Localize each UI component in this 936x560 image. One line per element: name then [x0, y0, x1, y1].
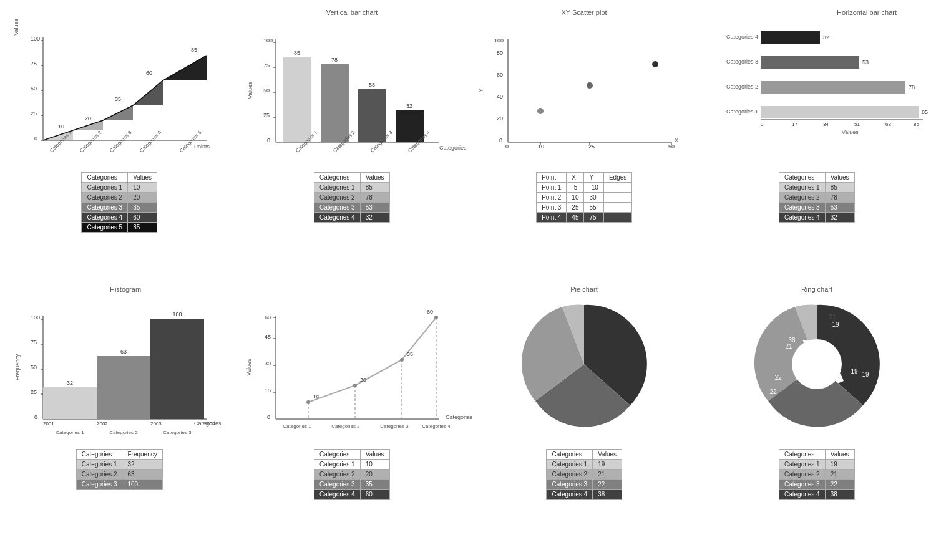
- svg-text:20: 20: [360, 377, 366, 383]
- svg-text:Values: Values: [13, 19, 19, 36]
- histogram-table: CategoriesFrequency Categories 132 Categ…: [76, 449, 163, 490]
- svg-text:19: 19: [862, 371, 869, 378]
- vbar-chart-svg: Vertical bar chart Values 100 75 50 25 0…: [246, 6, 458, 168]
- svg-text:0: 0: [499, 137, 502, 143]
- svg-text:17: 17: [792, 122, 797, 127]
- svg-text:63: 63: [120, 349, 127, 355]
- svg-text:60: 60: [427, 309, 433, 315]
- area-chart-svg: Values 100 75 50 25 0: [13, 6, 225, 168]
- svg-rect-46: [358, 89, 386, 142]
- ring-chart-svg: Ring chart 19 19 22 21 21 19 22: [711, 283, 923, 445]
- svg-text:51: 51: [854, 122, 860, 127]
- area-chart-cell: Values 100 75 50 25 0: [6, 6, 233, 277]
- svg-text:32: 32: [67, 380, 73, 386]
- svg-text:Categories 2: Categories 2: [110, 430, 139, 435]
- svg-rect-42: [283, 57, 311, 142]
- svg-text:21: 21: [829, 314, 836, 321]
- ring-table: CategoriesValues Categories 119 Categori…: [779, 449, 855, 500]
- svg-text:2001: 2001: [43, 421, 54, 427]
- hbar-chart-cell: Horizontal bar chart Categories 4 32 Cat…: [704, 6, 930, 277]
- svg-text:78: 78: [909, 84, 915, 90]
- hbar-table: CategoriesValues Categories 185 Categori…: [779, 172, 855, 223]
- svg-text:Y: Y: [478, 89, 484, 92]
- svg-text:Categories 4: Categories 4: [139, 130, 163, 154]
- svg-text:38: 38: [788, 337, 796, 344]
- line-chart-cell: Values 0 15 30 45 60: [239, 283, 466, 554]
- svg-text:25: 25: [31, 110, 37, 117]
- svg-text:100: 100: [173, 311, 182, 317]
- svg-text:21: 21: [785, 343, 792, 350]
- svg-text:0: 0: [761, 122, 764, 127]
- page: Values 100 75 50 25 0: [0, 0, 936, 560]
- svg-text:0: 0: [267, 414, 270, 420]
- svg-text:Values: Values: [247, 82, 253, 99]
- svg-text:20: 20: [497, 115, 503, 122]
- svg-text:Categories 3: Categories 3: [109, 130, 133, 154]
- svg-point-141: [353, 384, 357, 387]
- svg-text:Categories 1: Categories 1: [56, 430, 85, 435]
- area-table-header-cat: Categories: [82, 173, 128, 183]
- svg-text:50: 50: [31, 364, 37, 370]
- histogram-chart-svg: Histogram Frequency 100 75 50 25 0 32 63: [13, 283, 225, 445]
- svg-rect-81: [761, 56, 859, 69]
- svg-text:20: 20: [85, 115, 91, 122]
- svg-text:32: 32: [823, 34, 829, 41]
- svg-text:Categories 2: Categories 2: [79, 130, 103, 154]
- histogram-chart-cell: Histogram Frequency 100 75 50 25 0 32 63: [6, 283, 233, 554]
- svg-point-155: [792, 339, 842, 389]
- vbar-chart-cell: Vertical bar chart Values 100 75 50 25 0…: [239, 6, 466, 277]
- svg-rect-78: [761, 31, 820, 44]
- svg-text:25: 25: [263, 112, 270, 118]
- svg-text:2003: 2003: [150, 421, 162, 427]
- svg-text:75: 75: [263, 62, 270, 69]
- svg-text:40: 40: [497, 94, 503, 100]
- svg-text:85: 85: [922, 109, 928, 115]
- svg-text:0: 0: [34, 135, 37, 142]
- svg-text:Frequency: Frequency: [14, 354, 21, 380]
- svg-text:Horizontal bar chart: Horizontal bar chart: [837, 9, 897, 16]
- svg-text:Categories 1: Categories 1: [726, 109, 758, 115]
- svg-text:60: 60: [265, 314, 271, 321]
- svg-text:Pie chart: Pie chart: [571, 286, 598, 293]
- svg-text:Points: Points: [194, 143, 210, 150]
- svg-text:85: 85: [914, 122, 919, 127]
- scatter-table: PointXYEdges Point 1-5-10 Point 21030 Po…: [536, 172, 632, 223]
- svg-rect-84: [761, 81, 905, 94]
- svg-text:15: 15: [265, 387, 271, 393]
- svg-text:60: 60: [497, 72, 503, 78]
- svg-text:0: 0: [34, 414, 37, 420]
- svg-text:53: 53: [369, 82, 375, 88]
- svg-text:Values: Values: [246, 359, 252, 375]
- svg-rect-44: [321, 64, 349, 142]
- svg-text:30: 30: [265, 360, 271, 367]
- area-table-header-val: Values: [128, 173, 157, 183]
- svg-text:10: 10: [313, 393, 319, 400]
- svg-text:Categories 1: Categories 1: [49, 130, 73, 154]
- svg-text:Ring chart: Ring chart: [801, 286, 832, 293]
- svg-text:10: 10: [58, 123, 64, 130]
- vbar-table: CategoriesValues Categories 185 Categori…: [314, 172, 390, 223]
- svg-text:Categories: Categories: [446, 414, 473, 420]
- svg-text:Categories 3: Categories 3: [163, 430, 192, 435]
- line-table: CategoriesValues Categories 110 Categori…: [314, 449, 390, 500]
- svg-point-74: [587, 82, 593, 89]
- ring-chart-cell: Ring chart 19 19 22 21 21 19 22: [704, 283, 930, 554]
- svg-text:53: 53: [862, 59, 869, 65]
- svg-rect-114: [150, 319, 204, 419]
- svg-text:19: 19: [851, 368, 858, 375]
- svg-text:Values: Values: [842, 129, 859, 135]
- svg-text:35: 35: [407, 351, 413, 357]
- svg-text:0: 0: [267, 137, 270, 143]
- svg-text:Vertical bar chart: Vertical bar chart: [326, 9, 378, 16]
- scatter-chart-cell: XY Scatter plot Y 0 20 40 60 80 100 0 10…: [471, 6, 698, 277]
- svg-point-75: [652, 61, 658, 67]
- svg-text:Categories: Categories: [439, 145, 467, 151]
- svg-point-142: [400, 358, 404, 362]
- svg-text:75: 75: [31, 60, 37, 67]
- svg-text:80: 80: [497, 50, 503, 56]
- svg-text:X: X: [675, 137, 678, 143]
- svg-text:100: 100: [263, 37, 273, 44]
- svg-text:85: 85: [294, 50, 300, 56]
- svg-text:22: 22: [769, 389, 777, 395]
- svg-text:50: 50: [263, 87, 270, 94]
